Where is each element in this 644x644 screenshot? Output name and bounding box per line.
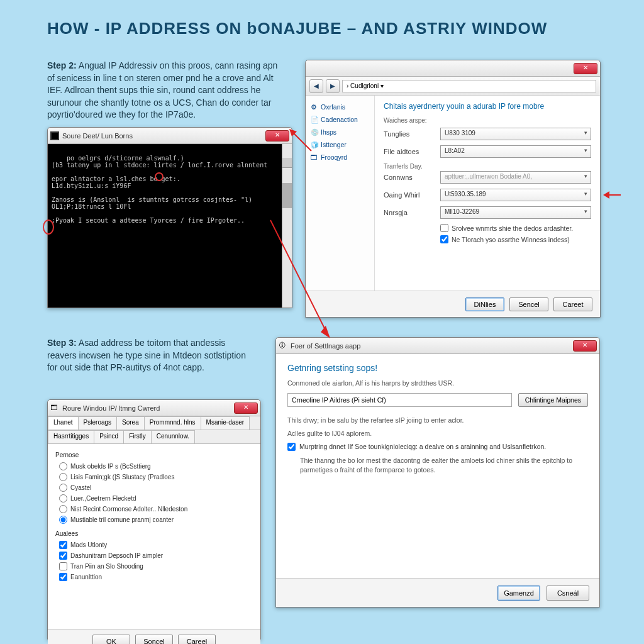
opts-body: Pernose Musk obelds IP s (BcSsttierg Lis… — [48, 444, 260, 629]
checkbox-line[interactable]: Srolvee wnmrts shie the dedos ardashter. — [440, 224, 591, 232]
dropdown[interactable]: U830 3109 — [440, 128, 591, 140]
checkbox[interactable] — [59, 573, 67, 581]
radio-label: Luer.,Ceetrern Flecketd — [70, 495, 136, 502]
cmd-title: Soure Deet/ Lun Borns — [62, 132, 265, 140]
tab[interactable]: Prommnnd. hlns — [144, 416, 201, 430]
command-prompt-window: Soure Deet/ Lun Borns ✕ po oelgrs d/stic… — [47, 127, 292, 308]
step2-label: Step 2: — [47, 60, 77, 70]
forward-button[interactable]: ▶ — [326, 79, 340, 93]
radio[interactable] — [59, 494, 67, 502]
cfg-subhead: Waiches arspe: — [384, 117, 591, 124]
cmd-titlebar[interactable]: Soure Deet/ Lun Borns ✕ — [48, 128, 292, 144]
sidebar-item[interactable]: ⚙Oxrfanis — [309, 101, 370, 113]
sidebar-item[interactable]: 📄Cadenaction — [309, 113, 370, 126]
ok-button[interactable]: OK — [92, 635, 130, 645]
checkbox[interactable] — [59, 552, 67, 560]
radio-line[interactable]: Lisis Famin;gk (|S Slustacy (Pradloes — [55, 472, 253, 482]
field-label: Tunglies — [384, 130, 440, 138]
tab[interactable]: Hasrrtitigges — [48, 430, 94, 443]
svg-marker-5 — [603, 191, 609, 199]
change-button[interactable]: Chlintinge Maipnes — [518, 393, 588, 407]
group-title: Pernose — [55, 452, 253, 458]
check-label: Eanunlttion — [70, 574, 102, 580]
apply-button[interactable]: Sencel — [509, 297, 548, 311]
dropdown[interactable]: L8:A02 — [440, 145, 591, 158]
tab[interactable]: Msanie-daser — [201, 416, 250, 430]
tab[interactable]: Lhanet — [48, 416, 79, 430]
cancel-button[interactable]: Csneál — [547, 586, 589, 601]
cmd-icon — [50, 131, 59, 140]
cfg-sublabel: Tranferls Day. — [384, 163, 591, 170]
radio-line[interactable]: Mustiable tril comune pranmj coanter — [55, 514, 253, 525]
checkbox-line[interactable]: Mads Utlonty — [55, 540, 253, 550]
radio-line[interactable]: Cyastel — [55, 482, 253, 493]
scroll-up-icon[interactable]: ▲ — [282, 158, 292, 168]
settings-sub2: Aclles gullte to IJ04 aplorem. — [287, 429, 588, 438]
ok-button[interactable]: DiNlies — [465, 297, 504, 311]
group-title: Aualees — [55, 530, 253, 537]
checkbox[interactable] — [440, 224, 448, 232]
radio[interactable] — [59, 484, 67, 492]
opts-title: Roure Windou IP/ ltmng Cwrerd — [62, 404, 234, 412]
tab[interactable]: Cenunnlow. — [151, 430, 195, 443]
settings-sub1: Thils drwy; in be salu by the refartee s… — [287, 416, 588, 425]
ip-address-input[interactable] — [287, 393, 512, 407]
close-button[interactable]: ✕ — [574, 63, 597, 74]
cmd-body[interactable]: po oelgrs d/sticorne alswnalf.) (b3 tate… — [48, 144, 292, 308]
settings-sub3: Thie thanng the bo lor mest the dacontng… — [300, 456, 588, 474]
checkbox[interactable] — [59, 562, 67, 570]
cfg-titlebar[interactable]: ✕ — [306, 60, 600, 77]
breadcrumb[interactable]: › Cudlgrloni ▾ — [342, 80, 596, 92]
form-row: NnrsgjaMll10-32269 — [384, 206, 591, 219]
page-title: HOW - IP ADDRESS ON bONAJUBE – AND ASTRI… — [47, 19, 547, 38]
radio[interactable] — [59, 516, 67, 524]
radio-line[interactable]: Musk obelds IP s (BcSsttierg — [55, 461, 253, 472]
form-row: File aidtoesL8:A02 — [384, 145, 591, 158]
radio-line[interactable]: Nist Recint Cormonse Adolter.. Nlledesto… — [55, 504, 253, 514]
opts-titlebar[interactable]: 🗔 Roure Windou IP/ ltmng Cwrerd ✕ — [48, 400, 260, 416]
dropdown[interactable]: Ut5930.35.189 — [440, 189, 591, 201]
cancel-button[interactable]: Careet — [553, 297, 592, 311]
svg-rect-1 — [52, 133, 58, 139]
dropdown[interactable]: apttuer:,.ullmerwon Bodatie A0, — [440, 171, 591, 184]
field-label: File aidtoes — [384, 148, 440, 155]
close-button[interactable]: ✕ — [265, 130, 289, 142]
checkbox[interactable] — [287, 443, 296, 451]
checkbox-line[interactable]: Dashunitrarn Depsoch IP aimpler — [55, 550, 253, 561]
sidebar-item[interactable]: 💿Ihsps — [309, 126, 370, 138]
sidebar-item[interactable]: 🧊Isttenger — [309, 138, 370, 151]
back-button[interactable]: ◀ — [309, 79, 323, 93]
radio-label: Musk obelds IP s (BcSsttierg — [70, 463, 151, 470]
scroll-thumb[interactable] — [282, 183, 292, 208]
form-row: Connwnsapttuer:,.ullmerwon Bodatie A0, — [384, 171, 591, 184]
settings-heading: Getnring setsting sops! — [287, 363, 588, 373]
radio[interactable] — [59, 505, 67, 513]
checkbox-line[interactable]: Ne Tlorach yso assrthe Winness indess) — [440, 235, 591, 243]
checkbox[interactable] — [59, 541, 67, 549]
tab[interactable]: Psleroags — [78, 416, 117, 430]
tab[interactable]: Firstly — [123, 430, 152, 443]
checkbox-line[interactable]: Tran Piin an Slo Shooding — [55, 561, 253, 572]
checkbox[interactable] — [440, 235, 448, 243]
opts-footer: OK Soncel Careel — [48, 629, 260, 644]
checkbox-line[interactable]: Eanunlttion — [55, 572, 253, 582]
ok-button[interactable]: Gamenzd — [497, 586, 540, 601]
checkbox-line[interactable]: Murptring dnnet IIf Soe tounkignioleciqg… — [287, 443, 588, 451]
close-button[interactable]: ✕ — [573, 340, 597, 352]
radio-line[interactable]: Luer.,Ceetrern Flecketd — [55, 493, 253, 504]
apply-button[interactable]: Soncel — [135, 635, 173, 645]
field-label: Nnrsgja — [384, 209, 440, 216]
radio[interactable] — [59, 473, 67, 481]
tab[interactable]: Sorea — [116, 416, 145, 430]
sidebar-item[interactable]: 🗔Frooqyrd — [309, 151, 370, 164]
check-label: Tran Piin an Slo Shooding — [70, 563, 143, 570]
radio-label: Cyastel — [70, 484, 91, 491]
cfg-toolbar: ◀ ▶ › Cudlgrloni ▾ — [306, 77, 600, 96]
settings-titlebar[interactable]: 🛈 Foer of Settlnags aapp ✕ — [276, 338, 599, 354]
scrollbar[interactable]: ▲ — [282, 144, 292, 308]
tab[interactable]: Psincd — [94, 430, 124, 443]
dropdown[interactable]: Mll10-32269 — [440, 206, 591, 219]
radio[interactable] — [59, 462, 67, 470]
cancel-button[interactable]: Careel — [178, 635, 216, 645]
close-button[interactable]: ✕ — [234, 402, 258, 414]
